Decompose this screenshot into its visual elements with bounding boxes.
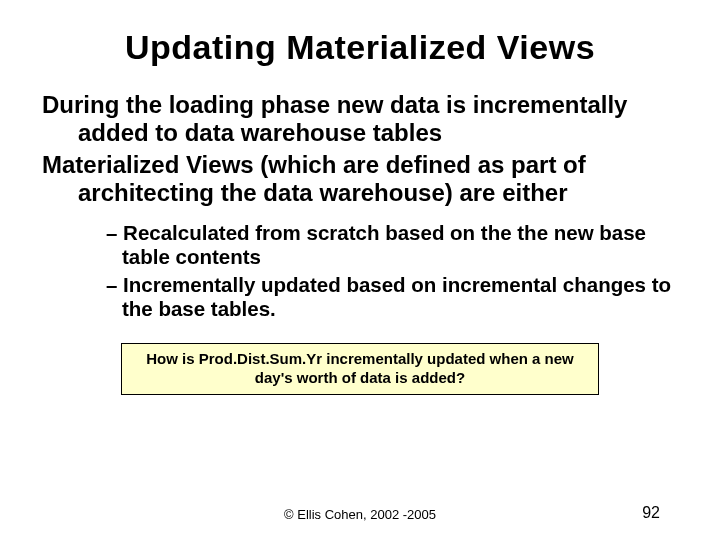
bullet-item: Recalculated from scratch based on the t…	[106, 221, 678, 269]
copyright: © Ellis Cohen, 2002 -2005	[284, 507, 436, 522]
page-number: 92	[642, 504, 660, 522]
paragraph-2: Materialized Views (which are defined as…	[42, 151, 678, 207]
callout-text: How is Prod.Dist.Sum.Yr incrementally up…	[134, 350, 586, 388]
slide-title: Updating Materialized Views	[42, 28, 678, 67]
callout-box: How is Prod.Dist.Sum.Yr incrementally up…	[121, 343, 599, 395]
paragraph-1: During the loading phase new data is inc…	[42, 91, 678, 147]
bullet-list: Recalculated from scratch based on the t…	[42, 221, 678, 321]
slide: Updating Materialized Views During the l…	[0, 0, 720, 540]
bullet-item: Incrementally updated based on increment…	[106, 273, 678, 321]
